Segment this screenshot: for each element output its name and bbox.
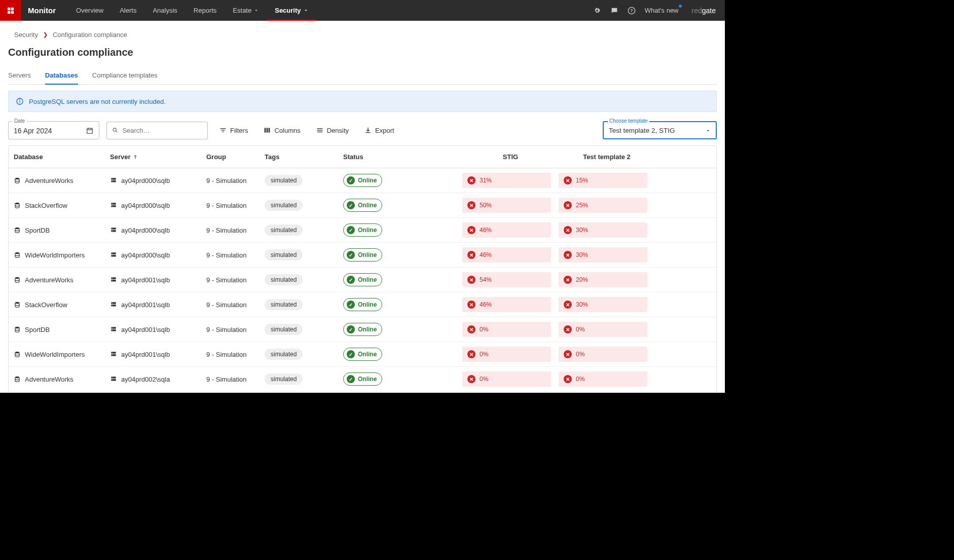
server-icon <box>110 177 117 184</box>
svg-point-59 <box>112 305 113 306</box>
stig-cell: ✕0% <box>462 347 559 362</box>
table-row[interactable]: StackOverfloway04prd000\sqlb9 - Simulati… <box>9 193 716 218</box>
nav-estate[interactable]: Estate <box>225 0 267 21</box>
table-row[interactable]: SportDBay04prd001\sqlb9 - Simulationsimu… <box>9 317 716 342</box>
columns-button[interactable]: Columns <box>259 123 304 137</box>
export-button[interactable]: Export <box>360 123 398 137</box>
status-badge: Online <box>343 372 382 386</box>
help-icon[interactable]: ? <box>628 7 636 15</box>
svg-point-60 <box>15 327 19 329</box>
x-icon: ✕ <box>564 350 572 358</box>
top-nav: Monitor OverviewAlertsAnalysisReportsEst… <box>0 0 725 21</box>
check-icon <box>347 276 355 284</box>
table-row[interactable]: WideWorldImportersDWay04prd002\sqla9 - S… <box>9 392 716 393</box>
col-status[interactable]: Status <box>343 153 462 161</box>
database-icon <box>14 276 21 283</box>
compliance-badge: ✕15% <box>559 173 647 188</box>
breadcrumb-current: Configuration compliance <box>53 31 127 39</box>
svg-point-69 <box>112 355 113 355</box>
filters-button[interactable]: Filters <box>215 123 252 137</box>
svg-point-38 <box>112 204 113 204</box>
tab-databases[interactable]: Databases <box>45 66 78 84</box>
status-cell: Online <box>343 223 462 237</box>
gear-icon[interactable] <box>593 7 601 15</box>
check-icon <box>347 226 355 234</box>
status-cell: Online <box>343 199 462 212</box>
svg-marker-5 <box>305 10 307 11</box>
breadcrumb-root[interactable]: Security <box>14 31 38 39</box>
tab-compliance-templates[interactable]: Compliance templates <box>92 66 158 84</box>
col-database[interactable]: Database <box>14 153 110 161</box>
server-cell: ay04prd000\sqlb <box>110 177 206 184</box>
nav-security[interactable]: Security <box>267 0 316 21</box>
whats-new[interactable]: What's new <box>645 7 679 14</box>
table-row[interactable]: WideWorldImportersay04prd001\sqlb9 - Sim… <box>9 342 716 367</box>
density-button[interactable]: Density <box>312 123 353 137</box>
stig-cell: ✕54% <box>462 272 559 287</box>
table-row[interactable]: WideWorldImportersay04prd000\sqlb9 - Sim… <box>9 243 716 268</box>
status-badge: Online <box>343 174 382 187</box>
table-row[interactable]: AdventureWorksay04prd000\sqlb9 - Simulat… <box>9 168 716 193</box>
svg-point-30 <box>15 178 19 180</box>
svg-point-39 <box>112 206 113 206</box>
col-server[interactable]: Server <box>110 153 206 161</box>
x-icon: ✕ <box>467 251 475 259</box>
svg-point-73 <box>112 378 113 378</box>
table-row[interactable]: AdventureWorksay04prd001\sqlb9 - Simulat… <box>9 268 716 292</box>
logo-icon[interactable] <box>0 0 21 21</box>
calendar-icon <box>86 127 94 135</box>
status-cell: Online <box>343 323 462 336</box>
table-row[interactable]: StackOverfloway04prd001\sqlb9 - Simulati… <box>9 292 716 317</box>
nav-reports[interactable]: Reports <box>186 0 225 21</box>
col-tags[interactable]: Tags <box>265 153 343 161</box>
table-row[interactable]: AdventureWorksay04prd002\sqla9 - Simulat… <box>9 367 716 392</box>
tt2-cell: ✕0% <box>559 322 655 337</box>
svg-rect-31 <box>111 178 116 180</box>
tags-cell: simulated <box>265 225 343 236</box>
col-test-template-2[interactable]: Test template 2 <box>559 153 655 161</box>
stig-cell: ✕50% <box>462 198 559 213</box>
tab-servers[interactable]: Servers <box>8 66 31 84</box>
svg-rect-46 <box>111 252 116 254</box>
svg-point-55 <box>15 302 19 304</box>
server-cell: ay04prd000\sqlb <box>110 227 206 234</box>
tags-cell: simulated <box>265 299 343 310</box>
x-icon: ✕ <box>467 276 475 284</box>
x-icon: ✕ <box>564 325 572 333</box>
svg-rect-62 <box>111 329 116 331</box>
svg-point-63 <box>112 328 113 328</box>
search-input[interactable] <box>106 122 208 139</box>
compliance-badge: ✕0% <box>462 347 551 362</box>
tags-cell: simulated <box>265 374 343 385</box>
tt2-cell: ✕25% <box>559 198 655 213</box>
x-icon: ✕ <box>564 251 572 259</box>
svg-line-16 <box>116 131 118 133</box>
group-cell: 9 - Simulation <box>206 227 265 234</box>
database-cell: StackOverflow <box>14 202 110 209</box>
svg-text:?: ? <box>630 8 633 13</box>
template-select[interactable]: Choose template Test template 2, STIG <box>603 121 717 139</box>
chat-icon[interactable] <box>610 7 618 15</box>
brand-label: redgate <box>692 7 716 15</box>
svg-point-58 <box>112 303 113 304</box>
col-stig[interactable]: STIG <box>462 153 559 161</box>
col-group[interactable]: Group <box>206 153 265 161</box>
tabs: Servers Databases Compliance templates <box>8 66 717 85</box>
group-cell: 9 - Simulation <box>206 177 265 184</box>
server-icon <box>110 376 117 383</box>
database-cell: SportDB <box>14 326 110 333</box>
compliance-badge: ✕0% <box>559 371 647 387</box>
nav-analysis[interactable]: Analysis <box>144 0 185 21</box>
tag-chip: simulated <box>265 324 303 335</box>
table-row[interactable]: SportDBay04prd000\sqlb9 - Simulationsimu… <box>9 218 716 243</box>
server-icon <box>110 202 117 209</box>
nav-alerts[interactable]: Alerts <box>112 0 144 21</box>
server-cell: ay04prd001\sqlb <box>110 301 206 309</box>
svg-rect-52 <box>111 280 116 282</box>
date-input[interactable]: Date 16 Apr 2024 <box>8 121 99 139</box>
svg-rect-51 <box>111 277 116 279</box>
tt2-cell: ✕30% <box>559 247 655 263</box>
nav-overview[interactable]: Overview <box>68 0 112 21</box>
group-cell: 9 - Simulation <box>206 202 265 209</box>
svg-point-43 <box>112 229 113 229</box>
